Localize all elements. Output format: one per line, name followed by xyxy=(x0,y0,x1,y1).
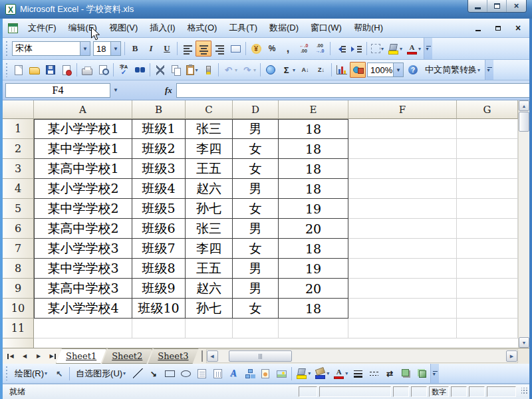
line-color-button[interactable]: ▾ xyxy=(313,366,331,382)
toolbar-options-button[interactable]: ▾ xyxy=(430,364,439,383)
toolbar-options-button[interactable]: ▾ xyxy=(424,38,432,59)
vertical-scrollbar[interactable]: ▲ ▼ xyxy=(518,100,529,348)
menu-file[interactable]: 文件(F) xyxy=(22,19,63,37)
cell-C8[interactable]: 王五 xyxy=(186,259,233,279)
row-header-5[interactable]: 5 xyxy=(3,199,34,219)
cell-D5[interactable]: 女 xyxy=(233,199,279,219)
tab-sheet3[interactable]: Sheet3 xyxy=(148,348,198,364)
cell-C2[interactable]: 李四 xyxy=(186,139,233,159)
cell-F8[interactable] xyxy=(348,259,457,279)
cell-F11[interactable] xyxy=(348,319,457,338)
print-button[interactable] xyxy=(79,62,95,78)
cell-A1[interactable]: 某小学学校1 xyxy=(34,119,132,139)
font-name-combo[interactable]: 宋体▼ xyxy=(12,41,90,56)
workbook-minimize-button[interactable] xyxy=(473,23,483,33)
cell-G2[interactable] xyxy=(457,139,518,159)
cell-G5[interactable] xyxy=(457,199,518,219)
arrow-button[interactable]: ↘ xyxy=(146,366,162,382)
toolbar-grip[interactable] xyxy=(5,41,9,56)
cell-A5[interactable]: 某中学学校2 xyxy=(34,199,132,219)
last-sheet-button[interactable]: ▶ xyxy=(46,350,59,362)
dropdown-arrow-icon[interactable]: ▼ xyxy=(80,42,90,55)
column-header-B[interactable]: B xyxy=(132,100,186,119)
threed-style-button[interactable] xyxy=(414,366,430,382)
minimize-button[interactable] xyxy=(468,0,487,12)
wordart-button[interactable]: A xyxy=(225,366,241,382)
cell-D8[interactable]: 男 xyxy=(233,259,279,279)
cut-button[interactable] xyxy=(152,62,168,78)
first-sheet-button[interactable]: ◀ xyxy=(4,350,17,362)
workbook-restore-button[interactable] xyxy=(493,23,503,33)
text-box-button[interactable] xyxy=(194,366,209,382)
cell-D2[interactable]: 女 xyxy=(233,139,279,159)
currency-button[interactable]: ¥ xyxy=(248,41,264,57)
shape-font-color-button[interactable]: A▾ xyxy=(331,366,350,382)
next-sheet-button[interactable]: ▶ xyxy=(32,350,45,362)
copy-button[interactable] xyxy=(168,62,184,78)
previous-sheet-button[interactable]: ◀ xyxy=(18,350,31,362)
name-box-dropdown-arrow-icon[interactable]: ▼ xyxy=(110,83,121,98)
column-header-D[interactable]: D xyxy=(233,100,279,119)
cell-G1[interactable] xyxy=(457,119,518,139)
cell-G10[interactable] xyxy=(457,299,518,319)
dash-style-button[interactable] xyxy=(366,366,382,382)
resize-grip[interactable] xyxy=(521,388,528,394)
percent-button[interactable]: % xyxy=(264,41,280,57)
toolbar-options-button[interactable]: ▾ xyxy=(485,60,493,80)
line-style-button[interactable] xyxy=(350,366,366,382)
cell-B4[interactable]: 班级4 xyxy=(132,179,186,199)
cell-G7[interactable] xyxy=(457,239,518,259)
cell-E3[interactable]: 18 xyxy=(279,159,348,179)
cell-C10[interactable]: 孙七 xyxy=(186,299,233,319)
research-button[interactable] xyxy=(132,62,148,78)
cell-A9[interactable]: 某高中学校3 xyxy=(34,279,132,299)
sort-descending-button[interactable]: Z↓ xyxy=(313,62,329,78)
cell-B7[interactable]: 班级7 xyxy=(132,239,186,259)
comma-style-button[interactable]: , xyxy=(280,41,296,57)
cell-A10[interactable]: 某小学学校4 xyxy=(34,299,132,319)
cell-B3[interactable]: 班级3 xyxy=(132,159,186,179)
scroll-right-button[interactable]: ▶ xyxy=(506,350,517,362)
shape-fill-color-button[interactable]: ▾ xyxy=(294,366,313,382)
workbook-close-button[interactable]: × xyxy=(513,23,523,33)
cell-A8[interactable]: 某中学学校3 xyxy=(34,259,132,279)
cell-E10[interactable]: 18 xyxy=(279,299,348,319)
menu-window[interactable]: 窗口(W) xyxy=(305,19,348,37)
horizontal-scroll-thumb[interactable] xyxy=(229,350,292,362)
name-box[interactable]: F4 xyxy=(5,83,110,98)
cell-B10[interactable]: 班级10 xyxy=(132,299,186,319)
shadow-style-button[interactable] xyxy=(398,366,414,382)
cell-G6[interactable] xyxy=(457,219,518,239)
cell-C6[interactable]: 张三 xyxy=(186,219,233,239)
decrease-decimal-button[interactable] xyxy=(312,41,328,57)
merge-center-button[interactable] xyxy=(227,41,243,57)
cell-B2[interactable]: 班级2 xyxy=(132,139,186,159)
paste-button[interactable]: ▾ xyxy=(184,62,200,78)
dropdown-arrow-icon[interactable]: ▼ xyxy=(393,63,403,76)
cell-C4[interactable]: 赵六 xyxy=(186,179,233,199)
menu-data[interactable]: 数据(D) xyxy=(263,19,305,37)
column-header-A[interactable]: A xyxy=(34,100,132,119)
scroll-down-button[interactable]: ▼ xyxy=(519,337,529,348)
cell-F9[interactable] xyxy=(348,279,457,299)
italic-button[interactable]: I xyxy=(143,41,159,57)
cell-B6[interactable]: 班级6 xyxy=(132,219,186,239)
open-folder-button[interactable] xyxy=(27,62,43,78)
picture-button[interactable] xyxy=(273,366,289,382)
tab-split-handle[interactable] xyxy=(200,350,205,362)
cell-D1[interactable]: 男 xyxy=(233,119,279,139)
cell-A3[interactable]: 某高中学校1 xyxy=(34,159,132,179)
cell-G11[interactable] xyxy=(457,319,518,338)
borders-button[interactable]: ▾ xyxy=(369,41,386,57)
cell-F1[interactable] xyxy=(348,119,457,139)
cell-C1[interactable]: 张三 xyxy=(186,119,233,139)
draw-menu-button[interactable]: 绘图(R)▾ xyxy=(11,366,51,382)
tab-sheet1[interactable]: Sheet1 xyxy=(56,348,106,364)
hyperlink-button[interactable] xyxy=(263,62,279,78)
toolbar-grip[interactable] xyxy=(5,366,9,380)
row-header-partial[interactable] xyxy=(3,338,34,348)
cell-A7[interactable]: 某小学学校3 xyxy=(34,239,132,259)
cell-B11[interactable] xyxy=(132,319,186,338)
cell-D11[interactable] xyxy=(233,319,279,338)
cell-E7[interactable]: 18 xyxy=(279,239,348,259)
